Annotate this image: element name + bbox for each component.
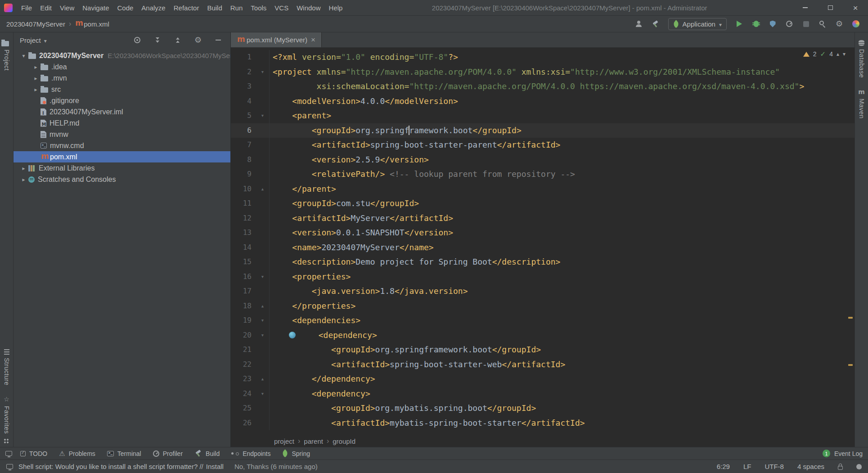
menu-file[interactable]: File xyxy=(17,0,36,16)
hammer-button[interactable] xyxy=(650,18,661,30)
tree-arrow-icon[interactable] xyxy=(19,165,28,171)
menu-view[interactable]: View xyxy=(56,0,78,16)
fold-marker-icon[interactable] xyxy=(256,270,270,284)
code-line-8[interactable]: 8 <version>2.5.9</version> xyxy=(231,153,855,167)
menu-run[interactable]: Run xyxy=(226,0,247,16)
code-line-16[interactable]: 16 <properties> xyxy=(231,270,855,284)
tree-item-20230407myserver-iml[interactable]: 20230407MyServer.iml xyxy=(13,106,230,117)
tree-item-mvnw[interactable]: mvnw xyxy=(13,129,230,140)
menu-vcs[interactable]: VCS xyxy=(270,0,292,16)
caret-position[interactable]: 6:29 xyxy=(717,463,730,470)
toolwindow-todo[interactable]: TODO xyxy=(20,450,47,457)
fold-marker-icon[interactable] xyxy=(256,65,270,80)
code-line-17[interactable]: 17 <java.version>1.8</java.version> xyxy=(231,284,855,299)
file-encoding[interactable]: UTF-8 xyxy=(765,463,784,470)
install-link[interactable]: Install xyxy=(206,463,224,470)
tree-arrow-icon[interactable] xyxy=(31,64,40,70)
code-line-9[interactable]: 9 <relativePath/> <!-- lookup parent fro… xyxy=(231,167,855,182)
expand-all-button[interactable] xyxy=(172,34,184,46)
tree-item-scratches-and-consoles[interactable]: Scratches and Consoles xyxy=(13,174,230,185)
tree-arrow-icon[interactable] xyxy=(19,53,28,59)
tab-pom-xml[interactable]: pom.xml (MyServer) xyxy=(231,32,322,47)
project-panel-title[interactable]: Project xyxy=(20,36,41,44)
tree-item-mvnw-cmd[interactable]: mvnw.cmd xyxy=(13,140,230,151)
warning-stripe-mark[interactable] xyxy=(848,364,853,366)
dismiss-link[interactable]: No, Thanks (6 minutes ago) xyxy=(234,463,318,470)
breadcrumb-pom-xml[interactable]: pom.xml xyxy=(75,20,109,28)
shield-button[interactable] xyxy=(767,18,778,30)
menu-navigate[interactable]: Navigate xyxy=(78,0,113,16)
code-line-20[interactable]: 20 <dependency> xyxy=(231,328,855,343)
code-line-15[interactable]: 15 <description>Demo project for Spring … xyxy=(231,255,855,270)
gear-button[interactable] xyxy=(192,34,204,46)
run-config-select[interactable]: Application xyxy=(668,18,727,30)
code-line-18[interactable]: 18 </properties> xyxy=(231,299,855,314)
minus-button[interactable] xyxy=(212,34,224,46)
line-separator[interactable]: LF xyxy=(743,463,751,470)
code-line-2[interactable]: 2<project xmlns="http://maven.apache.org… xyxy=(231,65,855,80)
toolwindow-profiler[interactable]: Profiler xyxy=(153,450,183,457)
code-line-26[interactable]: 26 <artifactId>mybatis-spring-boot-start… xyxy=(231,416,855,431)
stripe-button-favorites[interactable]: Favorites xyxy=(3,390,10,439)
stripe-button-structure[interactable]: Structure xyxy=(3,344,10,390)
menu-edit[interactable]: Edit xyxy=(36,0,56,16)
menu-tools[interactable]: Tools xyxy=(247,0,270,16)
code-line-3[interactable]: 3 xsi:schemaLocation="http://maven.apach… xyxy=(231,79,855,94)
code-line-23[interactable]: 23 </dependency> xyxy=(231,372,855,387)
code-line-14[interactable]: 14 <name>20230407MyServer</name> xyxy=(231,240,855,255)
menu-build[interactable]: Build xyxy=(203,0,226,16)
code-line-6[interactable]: 6 <groupId>org.springframework.boot</gro… xyxy=(231,123,855,138)
notification-icon[interactable] xyxy=(6,464,13,469)
minimize-button[interactable] xyxy=(792,0,818,16)
search-button[interactable] xyxy=(817,18,828,30)
code-line-1[interactable]: 1<?xml version="1.0" encoding="UTF-8"?> xyxy=(231,50,855,65)
code-line-7[interactable]: 7 <artifactId>spring-boot-starter-parent… xyxy=(231,138,855,153)
toolwindow-problems[interactable]: Problems xyxy=(59,450,95,457)
profiler-button[interactable] xyxy=(783,18,795,30)
stripe-button-database[interactable]: Database xyxy=(858,35,865,83)
tree-arrow-icon[interactable] xyxy=(19,176,28,183)
menu-refactor[interactable]: Refactor xyxy=(170,0,203,16)
code-line-19[interactable]: 19 <dependencies> xyxy=(231,313,855,328)
chevron-down-icon[interactable] xyxy=(44,36,47,44)
code-line-11[interactable]: 11 <groupId>com.stu</groupId> xyxy=(231,196,855,211)
xml-breadcrumb-groupid[interactable]: groupId xyxy=(333,437,355,445)
xml-breadcrumb-project[interactable]: project xyxy=(274,437,294,445)
code-line-22[interactable]: 22 <artifactId>spring-boot-starter-web</… xyxy=(231,357,855,372)
next-issue-icon[interactable] xyxy=(843,51,846,57)
toolwindow-build[interactable]: Build xyxy=(194,450,220,457)
menu-code[interactable]: Code xyxy=(113,0,137,16)
code-line-10[interactable]: 10 </parent> xyxy=(231,182,855,197)
indent-size[interactable]: 4 spaces xyxy=(797,463,824,470)
tree-item-mvn[interactable]: .mvn xyxy=(13,72,230,84)
fold-marker-icon[interactable] xyxy=(256,328,270,343)
menu-analyze[interactable]: Analyze xyxy=(137,0,169,16)
breadcrumb-20230407myserver[interactable]: 20230407MyServer xyxy=(6,20,65,28)
code-line-21[interactable]: 21 <groupId>org.springframework.boot</gr… xyxy=(231,342,855,357)
colors-button[interactable] xyxy=(850,18,862,30)
tree-item-20230407myserver[interactable]: 20230407MyServerE:\20230406WorkSpace\202… xyxy=(13,50,230,61)
event-log-button[interactable]: 1 Event Log xyxy=(823,450,863,457)
toolwindow-terminal[interactable]: Terminal xyxy=(107,450,141,457)
close-button[interactable] xyxy=(843,0,868,16)
tree-arrow-icon[interactable] xyxy=(31,86,40,93)
fold-marker-icon[interactable] xyxy=(256,313,270,328)
fold-marker-icon[interactable] xyxy=(256,299,270,314)
collapse-all-button[interactable] xyxy=(152,34,163,46)
target-button[interactable] xyxy=(131,34,143,46)
gear-button[interactable] xyxy=(833,18,845,30)
tree-item-gitignore[interactable]: .gitignore xyxy=(13,95,230,106)
tree-arrow-icon[interactable] xyxy=(31,75,40,81)
stripe-button-project[interactable]: Project xyxy=(1,35,12,76)
menu-window[interactable]: Window xyxy=(292,0,324,16)
code-line-4[interactable]: 4 <modelVersion>4.0.0</modelVersion> xyxy=(231,94,855,109)
code-line-25[interactable]: 25 <groupId>org.mybatis.spring.boot</gro… xyxy=(231,401,855,416)
bug-button[interactable] xyxy=(750,18,762,30)
hector-inspector-icon[interactable] xyxy=(856,464,862,469)
prev-issue-icon[interactable] xyxy=(837,51,839,57)
maximize-button[interactable] xyxy=(818,0,843,16)
toolwindow-endpoints[interactable]: Endpoints xyxy=(231,450,270,457)
toolwindow-monitor[interactable] xyxy=(5,451,12,456)
menu-help[interactable]: Help xyxy=(325,0,347,16)
fold-marker-icon[interactable] xyxy=(256,372,270,387)
